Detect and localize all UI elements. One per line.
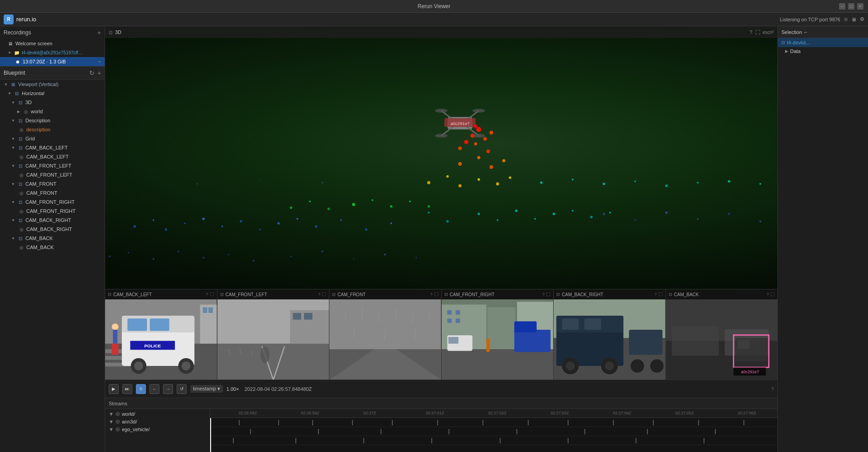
blueprint-cam-front-right[interactable]: ▼ ⊡ CAM_FRONT_RIGHT	[0, 197, 105, 207]
blueprint-cam-back-left-leaf[interactable]: ◎ CAM_BACK_LEFT	[0, 152, 105, 161]
close-button[interactable]: ×	[857, 3, 863, 10]
blueprint-description-leaf[interactable]: ◎ description	[0, 125, 105, 134]
cam-back-right-image	[554, 299, 665, 380]
horiz-arrow: ▼	[7, 91, 12, 96]
svg-point-66	[502, 159, 506, 162]
selection-item[interactable]: ⊡ t4-devkit...	[778, 38, 868, 47]
svg-point-10	[228, 254, 229, 255]
svg-point-191	[605, 361, 614, 370]
minimize-button[interactable]: −	[839, 3, 845, 10]
blueprint-world[interactable]: ▶ ◎ world	[0, 107, 105, 116]
blueprint-cam-front-leaf[interactable]: ◎ CAM_FRONT	[0, 188, 105, 197]
svg-point-97	[665, 212, 668, 214]
cam-fr-icon: ⊡	[444, 292, 448, 297]
timeline-help[interactable]: ?	[771, 386, 774, 392]
svg-point-43	[553, 213, 555, 216]
blueprint-add-btn[interactable]: +	[97, 69, 101, 77]
cam-bl-fullscreen[interactable]: ⛶	[210, 292, 214, 297]
maximize-button[interactable]: □	[848, 3, 854, 10]
back-button[interactable]: ←	[149, 384, 159, 394]
blueprint-section: Blueprint ↻ +	[0, 66, 105, 80]
blueprint-horizontal[interactable]: ▼ ⊟ Horizontal	[0, 89, 105, 98]
cbr-arrow: ▼	[11, 218, 15, 222]
blueprint-cam-front-right-leaf[interactable]: ◎ CAM_FRONT_RIGHT	[0, 207, 105, 216]
loop-button[interactable]: ↺	[177, 384, 187, 394]
cbl-leaf-icon: ◎	[18, 154, 24, 160]
blueprint-cam-back-right[interactable]: ▼ ⊡ CAM_BACK_RIGHT	[0, 216, 105, 225]
svg-point-45	[590, 216, 593, 218]
svg-rect-173	[455, 318, 460, 323]
blueprint-grid[interactable]: ▼ ⊡ Grid	[0, 134, 105, 143]
recording-folder-item[interactable]: ▼ 📁 t4-devkit@a0c291e75197cffb6e5f5c...	[0, 48, 105, 57]
svg-point-149	[260, 346, 269, 363]
svg-rect-179	[514, 330, 550, 352]
horiz-icon: ⊟	[14, 90, 20, 96]
blueprint-3d[interactable]: ▼ ⊡ 3D	[0, 98, 105, 107]
stream-world-arrow: ▼	[109, 411, 114, 417]
cam-front-image	[329, 299, 441, 380]
cam-f-help[interactable]: ?	[430, 292, 432, 297]
blueprint-viewport[interactable]: ▼ ⊞ Viewport (Vertical)	[0, 80, 105, 89]
cam-b-fullscreen[interactable]: ⛶	[771, 292, 775, 297]
stream-ego[interactable]: ▼ ◎ ego_vehicle/	[105, 425, 210, 433]
pause-button[interactable]: ⏸	[136, 384, 146, 394]
blueprint-cam-back-right-leaf[interactable]: ◎ CAM_BACK_RIGHT	[0, 225, 105, 234]
svg-point-89	[603, 183, 605, 185]
svg-text:POLICE: POLICE	[144, 343, 161, 348]
svg-point-64	[477, 156, 480, 159]
blueprint-cam-front-left[interactable]: ▼ ⊡ CAM_FRONT_LEFT	[0, 161, 105, 170]
3d-icon: ⊡	[17, 99, 24, 106]
timeline-tracks[interactable]: 02:26:58Z 02:26:59Z 02:27Z 02:27:01Z 02:…	[210, 409, 777, 452]
forward-button[interactable]: →	[163, 384, 173, 394]
welcome-screen-item[interactable]: 🖥 Welcome screen	[0, 39, 105, 48]
cb-arrow: ▼	[11, 236, 15, 240]
timeline-playhead[interactable]	[210, 418, 211, 452]
cam-fl-fullscreen[interactable]: ⛶	[322, 292, 326, 297]
cam-fr-fullscreen[interactable]: ⛶	[546, 292, 550, 297]
recording-minus-btn[interactable]: −	[98, 59, 101, 64]
stream-world[interactable]: ▼ ◎ world/	[105, 410, 210, 418]
svg-point-11	[253, 260, 255, 262]
timestamp-label[interactable]: timestamp ▾	[190, 385, 223, 393]
cam-front-right-image	[442, 299, 554, 380]
blueprint-cam-front-left-leaf[interactable]: ◎ CAM_FRONT_LEFT	[0, 170, 105, 179]
svg-rect-187	[584, 318, 601, 330]
svg-point-39	[477, 213, 480, 216]
cam-b-help[interactable]: ?	[767, 292, 769, 297]
streams-header: Streams	[105, 398, 777, 409]
recording-time-item[interactable]: ⏺ 13:07:20Z · 1.3 GiB −	[0, 57, 105, 66]
blueprint-cam-front[interactable]: ▼ ⊡ CAM_FRONT	[0, 179, 105, 188]
cam-f-fullscreen[interactable]: ⛶	[434, 292, 439, 297]
settings-icon[interactable]: ⚙	[860, 16, 864, 22]
cam-fr-help[interactable]: ?	[542, 292, 545, 297]
blueprint-description[interactable]: ▼ ⊡ Description	[0, 116, 105, 125]
svg-point-133	[182, 361, 191, 370]
skip-end-button[interactable]: ⏭	[122, 384, 132, 394]
right-panel: Selection ← ⊡ t4-devkit... ▶ Data	[777, 26, 868, 452]
blueprint-cam-back-left[interactable]: ▼ ⊡ CAM_BACK_LEFT	[0, 143, 105, 152]
view-3d-help-btn[interactable]: ?	[749, 29, 752, 35]
cam-bl-help[interactable]: ?	[206, 292, 208, 297]
blueprint-cam-back-leaf[interactable]: ◎ CAM_BACK	[0, 243, 105, 252]
cam-front-left-header: ⊡ CAM_FRONT_LEFT ? ⛶	[217, 289, 329, 299]
blueprint-refresh-btn[interactable]: ↻	[89, 69, 95, 77]
play-button[interactable]: ▶	[109, 384, 119, 394]
data-section[interactable]: ▶ Data	[778, 47, 868, 55]
cam-br-fullscreen[interactable]: ⛶	[659, 292, 663, 297]
ruler-mark-5: 02:27:03Z	[550, 411, 569, 415]
stream-ann3d[interactable]: ▼ ◎ ann3d/	[105, 418, 210, 425]
cam-bl-icon: ⊡	[108, 292, 111, 297]
svg-rect-168	[487, 308, 516, 349]
blueprint-cam-back[interactable]: ▼ ⊡ CAM_BACK	[0, 234, 105, 243]
cam-br-help[interactable]: ?	[654, 292, 656, 297]
cam-br-label: CAM_BACK_RIGHT	[562, 292, 603, 297]
svg-point-82	[473, 109, 485, 112]
cam-fl-help[interactable]: ?	[318, 292, 320, 297]
view-3d-fullscreen-btn[interactable]: ⛶	[755, 29, 760, 35]
svg-point-112	[322, 182, 323, 183]
view-3d-escri-btn[interactable]: escri²	[763, 30, 774, 35]
svg-point-26	[153, 219, 154, 221]
add-recording-button[interactable]: +	[97, 29, 101, 36]
cam-fl-controls: ? ⛶	[318, 292, 326, 297]
svg-point-87	[540, 181, 543, 184]
